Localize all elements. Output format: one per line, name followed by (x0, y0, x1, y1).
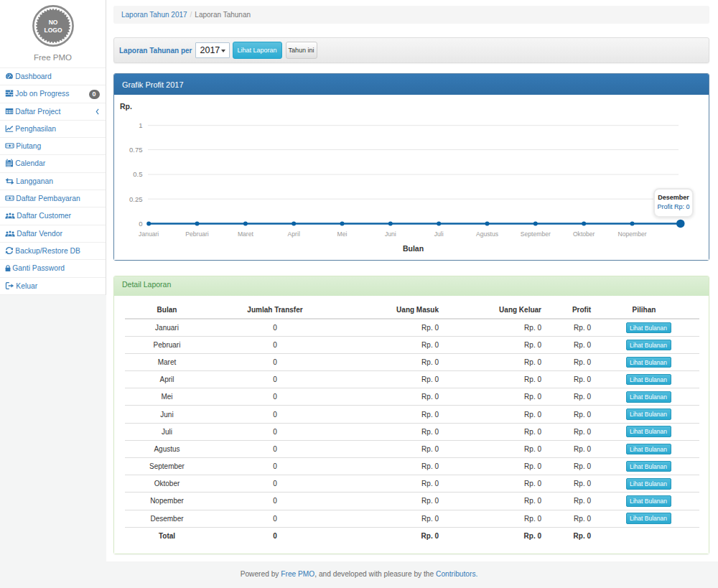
svg-text:NO: NO (48, 19, 57, 26)
svg-text:0.75: 0.75 (129, 146, 143, 154)
svg-text:Oktober: Oktober (573, 230, 595, 238)
svg-text:Agustus: Agustus (476, 230, 498, 238)
svg-text:April: April (288, 230, 300, 238)
svg-text:LOGO: LOGO (44, 27, 62, 34)
svg-text:Mei: Mei (337, 230, 348, 238)
svg-text:Juli: Juli (434, 230, 444, 238)
svg-text:Januari: Januari (139, 230, 159, 238)
svg-text:0.25: 0.25 (129, 195, 143, 203)
svg-text:1: 1 (139, 121, 142, 129)
svg-text:Maret: Maret (238, 230, 254, 238)
svg-text:Rp.: Rp. (120, 102, 132, 111)
svg-text:0.5: 0.5 (133, 170, 142, 178)
svg-text:0: 0 (139, 220, 142, 228)
svg-text:Juni: Juni (385, 230, 396, 238)
svg-text:Pebruari: Pebruari (185, 230, 209, 238)
svg-text:Nopember: Nopember (617, 230, 646, 238)
svg-text:Bulan: Bulan (403, 244, 424, 253)
svg-text:September: September (521, 230, 551, 238)
